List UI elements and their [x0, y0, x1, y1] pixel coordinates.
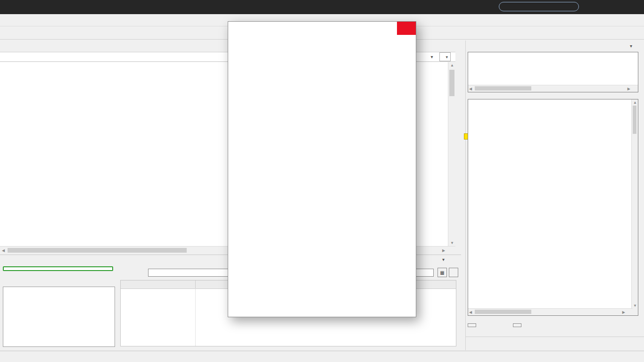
mainpage-app-window [228, 21, 416, 317]
b4j-ide-window: ▾ ▾ ▲▼ ◀ ▶ ▾ ▦ [0, 0, 644, 362]
clear-logs-button[interactable] [513, 323, 521, 327]
evaluate-button[interactable]: ▦ [438, 268, 447, 277]
chevron-down-icon[interactable]: ▾ [430, 54, 433, 59]
log-horizontal-scrollbar[interactable]: ◀▶ [468, 85, 638, 92]
app-window-controls [359, 22, 416, 35]
debug-tip-box [3, 266, 113, 271]
chevron-down-icon[interactable]: ▾ [630, 43, 632, 49]
editor-vertical-scrollbar[interactable]: ▲▼ [448, 62, 456, 246]
statusbar [0, 351, 644, 362]
watch-column-name[interactable] [121, 280, 196, 288]
kill-process-button[interactable] [468, 323, 476, 327]
window-controls [580, 0, 644, 14]
warnings-log-box[interactable]: ◀▶ [468, 52, 638, 92]
zoom-select[interactable]: ▾ [439, 52, 451, 61]
close-button[interactable] [623, 0, 644, 14]
minimize-button[interactable] [359, 22, 378, 35]
column-divider [195, 288, 196, 346]
call-stack-box [3, 287, 115, 347]
log-vertical-scrollbar[interactable]: ▲▼ [631, 99, 638, 315]
quick-search-box[interactable] [499, 2, 579, 11]
search-input[interactable] [503, 3, 575, 10]
chevron-down-icon: ▾ [446, 55, 448, 59]
close-button[interactable] [397, 22, 416, 35]
chevron-down-icon[interactable]: ▾ [442, 257, 445, 262]
minimize-button[interactable] [580, 0, 602, 14]
grid-list-view [228, 35, 416, 317]
side-panel-tabs [466, 337, 644, 349]
logs-panel: ▾ ◀▶ ▲▼ ◀▶ [465, 41, 644, 350]
app-window-titlebar[interactable] [228, 22, 416, 35]
titlebar [0, 0, 644, 14]
logs-panel-header: ▾ [466, 41, 644, 51]
log-horizontal-scrollbar[interactable]: ◀▶ [468, 308, 633, 315]
maximize-button[interactable] [378, 22, 397, 35]
maximize-button[interactable] [602, 0, 623, 14]
output-log-box[interactable]: ▲▼ ◀▶ [468, 99, 638, 316]
calculator-icon: ▦ [440, 270, 444, 275]
clear-watch-button[interactable] [449, 268, 458, 277]
